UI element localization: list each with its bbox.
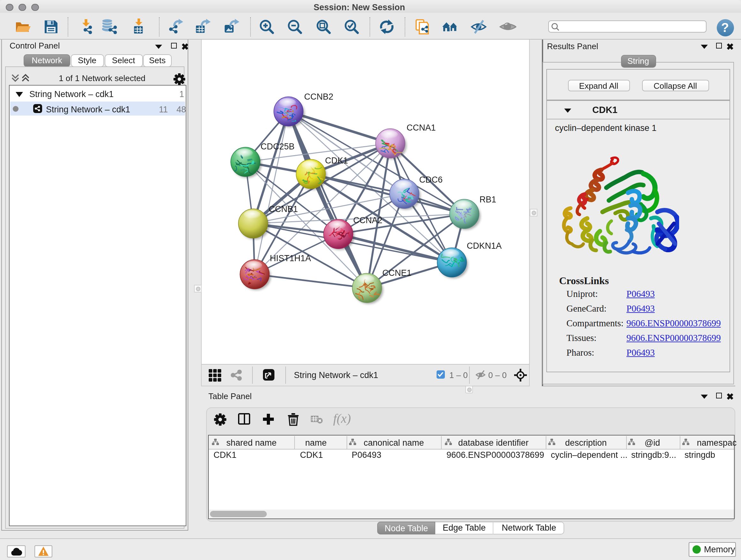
svg-text:CDK1: CDK1: [325, 156, 348, 165]
svg-text:CCNA1: CCNA1: [407, 123, 436, 132]
svg-text:CCNB2: CCNB2: [304, 92, 333, 102]
svg-text:HIST1H1A: HIST1H1A: [270, 253, 311, 263]
svg-text:RB1: RB1: [479, 195, 496, 204]
svg-text:CCNE1: CCNE1: [382, 268, 412, 278]
svg-text:CDKN1A: CDKN1A: [467, 241, 502, 251]
svg-text:CCNB1: CCNB1: [269, 204, 298, 214]
svg-text:CDC25B: CDC25B: [261, 142, 295, 151]
svg-text:CCNA2: CCNA2: [353, 215, 383, 225]
svg-text:CDC6: CDC6: [419, 175, 443, 185]
